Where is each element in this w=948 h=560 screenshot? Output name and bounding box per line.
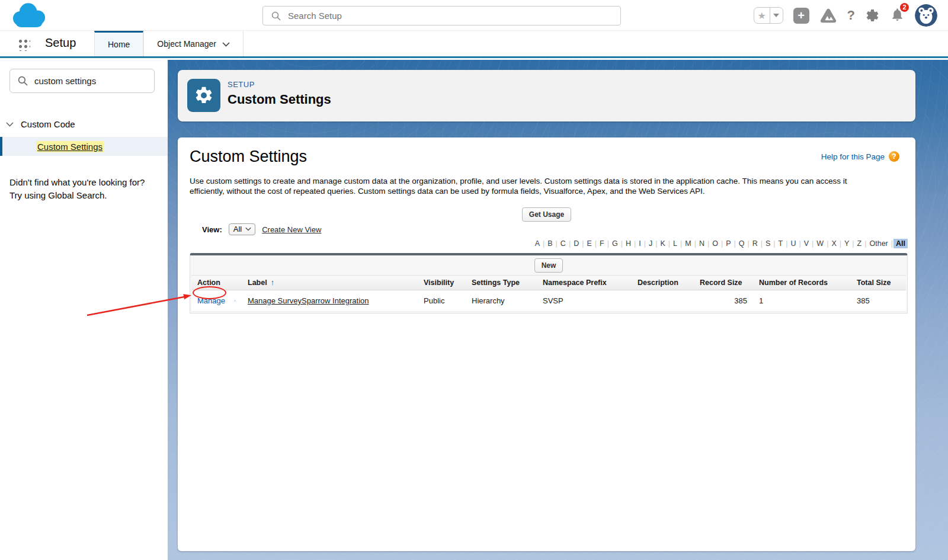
alpha-filter-v[interactable]: V (802, 239, 811, 248)
tab-home[interactable]: Home (94, 31, 143, 56)
alpha-filter-h[interactable]: H (623, 239, 633, 248)
notifications-button[interactable]: 2 (890, 7, 905, 24)
alpha-filter-m[interactable]: M (683, 239, 693, 248)
alpha-filter-j[interactable]: J (646, 239, 655, 248)
custom-settings-link[interactable]: Custom Settings (36, 141, 104, 152)
alpha-separator: | (668, 239, 670, 248)
cell-record-size: 385 (694, 290, 753, 312)
favorites-button[interactable]: ★ (754, 7, 783, 24)
alpha-separator: | (621, 239, 623, 248)
col-label[interactable]: Label↑ (242, 276, 418, 290)
download-icon[interactable] (234, 295, 236, 306)
col-action[interactable]: Action (191, 276, 242, 290)
favorites-dropdown-icon[interactable] (770, 8, 783, 23)
col-settings-type[interactable]: Settings Type (466, 276, 537, 290)
view-select[interactable]: All (229, 223, 255, 235)
alpha-filter-f[interactable]: F (597, 239, 607, 248)
new-button[interactable]: New (534, 258, 563, 273)
chevron-down-icon[interactable] (222, 42, 230, 47)
help-orange-question-icon[interactable]: ? (889, 151, 899, 162)
sidebar-item-custom-settings[interactable]: Custom Settings (0, 137, 168, 156)
tab-object-manager-label: Object Manager (157, 39, 216, 49)
get-usage-button[interactable]: Get Usage (522, 207, 571, 222)
global-search-box (262, 6, 621, 25)
guidance-center-icon[interactable] (819, 8, 837, 24)
alpha-separator: | (707, 239, 709, 248)
alpha-separator: | (786, 239, 787, 248)
alpha-filter-g[interactable]: G (610, 239, 620, 248)
view-select-value: All (233, 225, 242, 233)
custom-settings-table: Action Label↑ Visibility Settings Type N… (191, 275, 906, 312)
create-new-view-link[interactable]: Create New View (262, 225, 321, 234)
col-number-of-records[interactable]: Number of Records (753, 276, 851, 290)
alpha-filter-all[interactable]: All (893, 239, 908, 248)
col-namespace-prefix[interactable]: Namespace Prefix (537, 276, 632, 290)
panel-heading: Custom Settings (190, 148, 307, 166)
sidebar-section-custom-code[interactable]: Custom Code (6, 119, 75, 129)
page-title: Custom Settings (228, 92, 331, 107)
alpha-filter-y[interactable]: Y (842, 239, 851, 248)
alpha-filter-o[interactable]: O (710, 239, 720, 248)
setup-gear-icon[interactable] (865, 8, 880, 23)
help-for-this-page-link[interactable]: Help for this Page (821, 152, 885, 161)
alpha-filter-b[interactable]: B (545, 239, 555, 248)
alpha-separator: | (655, 239, 657, 248)
alpha-filter-z[interactable]: Z (855, 239, 864, 248)
tab-object-manager[interactable]: Object Manager (143, 31, 244, 56)
alpha-filter-l[interactable]: L (671, 239, 680, 248)
global-search-input[interactable] (288, 11, 596, 21)
cell-description (632, 290, 694, 312)
alpha-filter-r[interactable]: R (750, 239, 760, 248)
sidebar-search-input[interactable] (34, 76, 144, 86)
custom-settings-gear-icon (187, 79, 220, 112)
alpha-separator: | (747, 239, 749, 248)
alpha-separator: | (891, 239, 893, 248)
col-visibility[interactable]: Visibility (418, 276, 466, 290)
chevron-down-icon[interactable] (6, 122, 14, 127)
alpha-filter-other[interactable]: Other (867, 239, 891, 248)
sidebar-not-found-note: Didn't find what you're looking for? Try… (9, 176, 145, 202)
favorites-star-icon[interactable]: ★ (754, 8, 770, 23)
alpha-filter-q[interactable]: Q (736, 239, 747, 248)
breadcrumb-eyebrow: SETUP (228, 80, 255, 89)
alpha-filter-k[interactable]: K (658, 239, 667, 248)
sort-asc-icon: ↑ (271, 279, 274, 287)
alpha-filter-w[interactable]: W (814, 239, 826, 248)
alpha-separator: | (644, 239, 646, 248)
alpha-separator: | (827, 239, 828, 248)
help-question-icon[interactable]: ? (847, 8, 855, 23)
col-total-size[interactable]: Total Size (851, 276, 906, 290)
table-row: Manage Manage SurveySparrow Integration … (191, 290, 906, 312)
col-description[interactable]: Description (632, 276, 694, 290)
table-header-row: Action Label↑ Visibility Settings Type N… (191, 276, 906, 290)
alpha-filter-p[interactable]: P (723, 239, 733, 248)
setting-label-link[interactable]: Manage SurveySparrow Integration (248, 296, 369, 305)
salesforce-setup-page: ★ + ? 2 (0, 0, 948, 560)
col-record-size[interactable]: Record Size (694, 276, 753, 290)
app-name: Setup (45, 36, 76, 50)
alpha-separator: | (543, 239, 545, 248)
salesforce-logo-icon (9, 2, 49, 30)
app-launcher-waffle-icon[interactable] (18, 39, 30, 51)
panel-description: Use custom settings to create and manage… (190, 177, 884, 196)
alpha-filter-c[interactable]: C (558, 239, 568, 248)
user-avatar[interactable] (915, 4, 937, 27)
alpha-filter-a[interactable]: A (533, 239, 542, 248)
sidebar-search-box (9, 69, 155, 93)
quick-create-plus-icon[interactable]: + (793, 8, 809, 24)
alpha-filter-s[interactable]: S (763, 239, 773, 248)
alpha-filter-d[interactable]: D (571, 239, 581, 248)
alpha-filter-n[interactable]: N (697, 239, 707, 248)
notification-count-badge: 2 (899, 2, 910, 13)
setup-sidebar: Custom Code Custom Settings Didn't find … (0, 60, 168, 560)
alpha-filter-i[interactable]: I (636, 239, 643, 248)
alpha-filter-x[interactable]: X (829, 239, 838, 248)
alpha-separator: | (799, 239, 801, 248)
alpha-filter-e[interactable]: E (584, 239, 594, 248)
search-icon (18, 76, 28, 86)
alpha-filter-u[interactable]: U (788, 239, 798, 248)
alpha-filter-t[interactable]: T (776, 239, 786, 248)
global-header: ★ + ? 2 (0, 0, 948, 31)
manage-link[interactable]: Manage (197, 296, 225, 305)
custom-settings-panel: Custom Settings Help for this Page ? Use… (178, 137, 915, 551)
